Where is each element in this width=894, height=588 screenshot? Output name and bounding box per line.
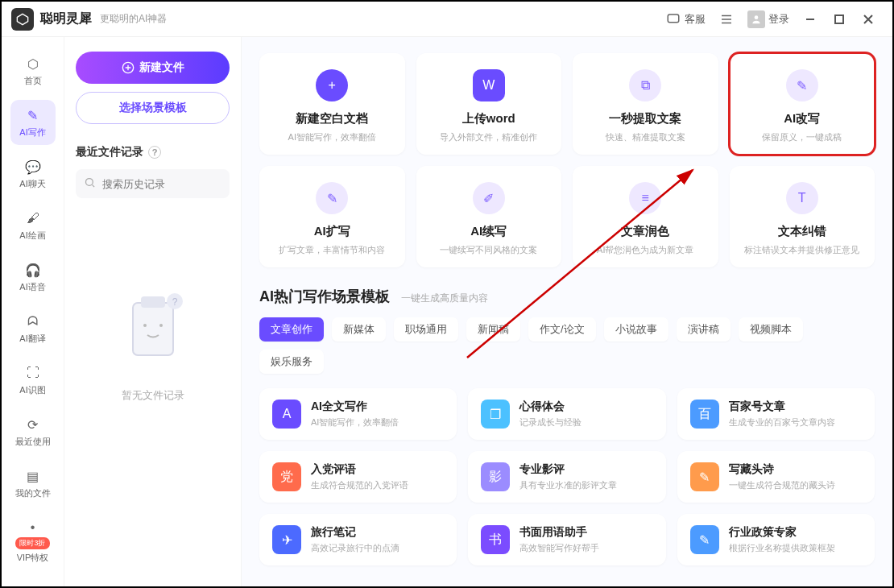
feature-desc: AI智能写作，效率翻倍 bbox=[288, 131, 376, 143]
category-chip[interactable]: 视频脚本 bbox=[739, 317, 803, 342]
category-chip[interactable]: 作文/论文 bbox=[528, 317, 596, 342]
choose-template-button[interactable]: 选择场景模板 bbox=[76, 92, 230, 124]
sidebar-label: AI翻译 bbox=[19, 333, 45, 345]
template-card[interactable]: ✎ 写藏头诗 一键生成符合规范的藏头诗 bbox=[677, 451, 875, 503]
sidebar-item-4[interactable]: 🎧AI语音 bbox=[10, 255, 56, 300]
sidebar-icon: ⛶ bbox=[24, 364, 42, 382]
feature-card[interactable]: ✐ AI续写 一键续写不同风格的文案 bbox=[416, 166, 562, 267]
sidebar-label: AI写作 bbox=[19, 126, 45, 139]
template-title: 专业影评 bbox=[519, 462, 617, 477]
feature-card[interactable]: ✎ AI改写 保留原义，一键成稿 bbox=[730, 53, 875, 155]
feature-card[interactable]: W 上传word 导入外部文件，精准创作 bbox=[416, 53, 562, 155]
template-desc: 具有专业水准的影评文章 bbox=[519, 479, 617, 491]
sidebar-icon: ⟳ bbox=[24, 416, 42, 433]
chat-icon bbox=[665, 11, 681, 27]
template-card[interactable]: A AI全文写作 AI智能写作，效率翻倍 bbox=[259, 388, 457, 440]
help-icon[interactable]: ? bbox=[148, 146, 161, 159]
sidebar-item-8[interactable]: ▤我的文件 bbox=[10, 461, 56, 506]
template-icon: ✈ bbox=[272, 525, 301, 554]
menu-button[interactable] bbox=[712, 8, 741, 31]
search-history[interactable] bbox=[76, 169, 230, 198]
sidebar-icon: 🖌 bbox=[24, 209, 42, 227]
sidebar-icon: ▤ bbox=[24, 467, 42, 485]
recent-files-heading: 最近文件记录 ? bbox=[76, 145, 230, 159]
sidebar-item-0[interactable]: ⬡首页 bbox=[10, 48, 56, 93]
template-card[interactable]: 书 书面用语助手 高效智能写作好帮手 bbox=[468, 514, 665, 565]
sidebar-item-9[interactable]: •限时3折VIP特权 bbox=[10, 512, 56, 570]
template-card[interactable]: ✎ 行业政策专家 根据行业名称提供政策框架 bbox=[677, 514, 875, 565]
feature-card[interactable]: T 文本纠错 标注错误文本并提供修正意见 bbox=[730, 166, 875, 267]
clipboard-icon: ? bbox=[109, 287, 197, 375]
sidebar-item-7[interactable]: ⟳最近使用 bbox=[10, 409, 56, 454]
template-title: AI全文写作 bbox=[311, 400, 399, 414]
feature-card[interactable]: ⧉ 一秒提取文案 快速、精准提取文案 bbox=[573, 53, 718, 155]
feature-title: 文章润色 bbox=[621, 224, 669, 239]
category-chip[interactable]: 文章创作 bbox=[259, 317, 324, 342]
feature-title: 文本纠错 bbox=[778, 224, 826, 239]
templates-title: AI热门写作场景模板 bbox=[259, 287, 390, 306]
feature-icon: T bbox=[786, 182, 818, 214]
sidebar-label: 首页 bbox=[24, 75, 42, 87]
template-title: 行业政策专家 bbox=[729, 525, 835, 540]
template-card[interactable]: 党 入党评语 生成符合规范的入党评语 bbox=[259, 451, 457, 503]
svg-rect-7 bbox=[133, 303, 173, 355]
template-icon: 书 bbox=[481, 525, 510, 554]
feature-desc: 保留原义，一键成稿 bbox=[762, 131, 842, 143]
support-label: 客服 bbox=[685, 12, 706, 27]
category-chip[interactable]: 演讲稿 bbox=[677, 317, 731, 342]
feature-desc: AI帮您润色为成为新文章 bbox=[597, 244, 693, 256]
login-button[interactable]: 登录 bbox=[741, 7, 796, 31]
sidebar-label: 我的文件 bbox=[15, 487, 51, 499]
template-card[interactable]: ✈ 旅行笔记 高效记录旅行中的点滴 bbox=[259, 514, 457, 565]
sidebar-icon: 💬 bbox=[24, 158, 42, 176]
sidebar-item-1[interactable]: ✎AI写作 bbox=[10, 100, 56, 145]
svg-point-2 bbox=[755, 15, 759, 19]
sidebar-item-3[interactable]: 🖌AI绘画 bbox=[10, 203, 56, 248]
new-file-button[interactable]: 新建文件 bbox=[76, 52, 230, 84]
feature-title: 一秒提取文案 bbox=[609, 111, 681, 126]
new-file-label: 新建文件 bbox=[139, 60, 184, 75]
window-close[interactable] bbox=[854, 7, 883, 31]
templates-subtitle: 一键生成高质量内容 bbox=[401, 292, 488, 305]
feature-desc: 标注错误文本并提供修正意见 bbox=[744, 244, 859, 256]
empty-label: 暂无文件记录 bbox=[122, 388, 184, 403]
template-card[interactable]: ❐ 心得体会 记录成长与经验 bbox=[468, 388, 665, 440]
feature-cards-row1: + 新建空白文档 AI智能写作，效率翻倍W 上传word 导入外部文件，精准创作… bbox=[259, 53, 875, 155]
category-chip[interactable]: 新媒体 bbox=[332, 317, 386, 342]
template-icon: 党 bbox=[272, 462, 301, 491]
login-label: 登录 bbox=[768, 12, 789, 27]
templates-section-head: AI热门写作场景模板 一键生成高质量内容 bbox=[259, 287, 875, 306]
svg-marker-0 bbox=[17, 14, 27, 24]
window-maximize[interactable] bbox=[825, 7, 854, 31]
sidebar: ⬡首页✎AI写作💬AI聊天🖌AI绘画🎧AI语音ᗣAI翻译⛶AI识图⟳最近使用▤我… bbox=[2, 37, 64, 586]
feature-icon: ✎ bbox=[786, 69, 818, 101]
template-icon: ✎ bbox=[690, 462, 719, 491]
template-card[interactable]: 百 百家号文章 生成专业的百家号文章内容 bbox=[677, 388, 875, 440]
feature-card[interactable]: ✎ AI扩写 扩写文章，丰富情节和内容 bbox=[259, 166, 405, 267]
sidebar-label: VIP特权 bbox=[17, 552, 49, 564]
template-icon: ✎ bbox=[690, 525, 719, 554]
sidebar-icon: • bbox=[24, 519, 42, 536]
svg-rect-4 bbox=[835, 15, 843, 23]
sidebar-item-2[interactable]: 💬AI聊天 bbox=[10, 151, 56, 197]
feature-title: AI续写 bbox=[470, 224, 507, 239]
window-minimize[interactable] bbox=[796, 7, 825, 31]
feature-card[interactable]: ≡ 文章润色 AI帮您润色为成为新文章 bbox=[573, 166, 718, 267]
sidebar-item-6[interactable]: ⛶AI识图 bbox=[10, 358, 56, 403]
template-desc: 生成符合规范的入党评语 bbox=[311, 479, 408, 491]
support-button[interactable]: 客服 bbox=[659, 8, 712, 31]
avatar-icon bbox=[747, 10, 765, 28]
template-title: 书面用语助手 bbox=[519, 525, 599, 540]
template-icon: 百 bbox=[690, 400, 719, 429]
template-card[interactable]: 影 专业影评 具有专业水准的影评文章 bbox=[468, 451, 665, 503]
sidebar-item-5[interactable]: ᗣAI翻译 bbox=[10, 306, 56, 351]
category-chip[interactable]: 新闻稿 bbox=[466, 317, 520, 342]
category-chip[interactable]: 娱乐服务 bbox=[259, 350, 324, 374]
search-input[interactable] bbox=[102, 178, 238, 190]
category-chip[interactable]: 职场通用 bbox=[394, 317, 458, 342]
category-chip[interactable]: 小说故事 bbox=[604, 317, 668, 342]
template-desc: 记录成长与经验 bbox=[519, 416, 582, 429]
feature-desc: 扩写文章，丰富情节和内容 bbox=[279, 244, 385, 256]
feature-card[interactable]: + 新建空白文档 AI智能写作，效率翻倍 bbox=[259, 53, 405, 155]
template-grid: A AI全文写作 AI智能写作，效率翻倍❐ 心得体会 记录成长与经验百 百家号文… bbox=[259, 388, 875, 565]
